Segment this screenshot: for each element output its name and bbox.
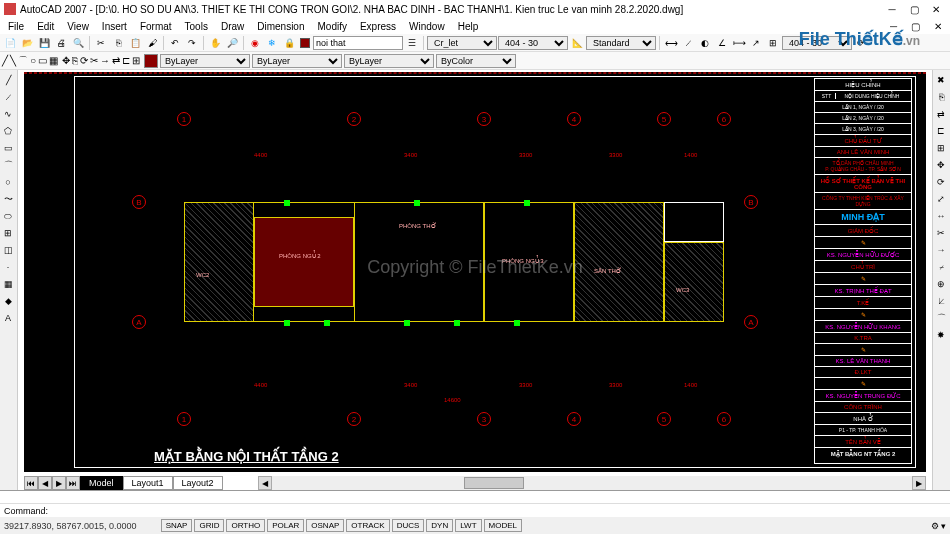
offset-mod-icon[interactable]: ⊏ bbox=[933, 123, 949, 139]
preview-icon[interactable]: 🔍 bbox=[70, 35, 86, 51]
rect-icon[interactable]: ▭ bbox=[38, 55, 47, 66]
menu-dimension[interactable]: Dimension bbox=[251, 20, 310, 33]
cut-icon[interactable]: ✂ bbox=[93, 35, 109, 51]
tab-nav-last[interactable]: ⏭ bbox=[66, 476, 80, 490]
undo-icon[interactable]: ↶ bbox=[167, 35, 183, 51]
tab-nav-next[interactable]: ▶ bbox=[52, 476, 66, 490]
menu-help[interactable]: Help bbox=[452, 20, 485, 33]
hatch-tool-icon[interactable]: ▦ bbox=[0, 276, 16, 292]
region-tool-icon[interactable]: ◆ bbox=[0, 293, 16, 309]
maximize-button[interactable]: ▢ bbox=[904, 2, 924, 16]
menu-view[interactable]: View bbox=[61, 20, 95, 33]
dim-icon[interactable]: 📐 bbox=[569, 35, 585, 51]
lineweight-select[interactable]: ByLayer bbox=[344, 54, 434, 68]
circle-icon[interactable]: ○ bbox=[30, 55, 36, 66]
xline-tool-icon[interactable]: ⟋ bbox=[0, 89, 16, 105]
move-mod-icon[interactable]: ✥ bbox=[933, 157, 949, 173]
leader-icon[interactable]: ↗ bbox=[748, 35, 764, 51]
dim-cont-icon[interactable]: ⟼ bbox=[731, 35, 747, 51]
plotstyle-select[interactable]: ByColor bbox=[436, 54, 516, 68]
menu-tools[interactable]: Tools bbox=[179, 20, 214, 33]
trim-mod-icon[interactable]: ✂ bbox=[933, 225, 949, 241]
menu-edit[interactable]: Edit bbox=[31, 20, 60, 33]
textstyle-select[interactable]: Cr_let bbox=[427, 36, 497, 50]
copy-mod-icon[interactable]: ⎘ bbox=[933, 89, 949, 105]
linetype-select[interactable]: ByLayer bbox=[252, 54, 342, 68]
array-icon[interactable]: ⊞ bbox=[132, 55, 140, 66]
circle-tool-icon[interactable]: ○ bbox=[0, 174, 16, 190]
drawing-viewport[interactable]: 1 2 3 4 5 6 1 2 3 4 5 6 B A B A 4400 bbox=[18, 70, 932, 490]
rotate-mod-icon[interactable]: ⟳ bbox=[933, 174, 949, 190]
color-swatch[interactable] bbox=[144, 54, 158, 68]
trim-icon[interactable]: ✂ bbox=[90, 55, 98, 66]
toggle-dyn[interactable]: DYN bbox=[426, 519, 453, 532]
rotate-icon[interactable]: ⟳ bbox=[80, 55, 88, 66]
polygon-tool-icon[interactable]: ⬠ bbox=[0, 123, 16, 139]
dimstyle-select[interactable]: 404 - 30 bbox=[498, 36, 568, 50]
menu-window[interactable]: Window bbox=[403, 20, 451, 33]
new-icon[interactable]: 📄 bbox=[2, 35, 18, 51]
pline-icon[interactable]: ╲ bbox=[10, 55, 16, 66]
color-select[interactable]: ByLayer bbox=[160, 54, 250, 68]
insert-tool-icon[interactable]: ⊞ bbox=[0, 225, 16, 241]
dim-angle-icon[interactable]: ∠ bbox=[714, 35, 730, 51]
fillet-mod-icon[interactable]: ⌒ bbox=[933, 310, 949, 326]
text-tool-icon[interactable]: A bbox=[0, 310, 16, 326]
erase-icon[interactable]: ✖ bbox=[933, 72, 949, 88]
arc-icon[interactable]: ⌒ bbox=[18, 54, 28, 68]
toggle-otrack[interactable]: OTRACK bbox=[346, 519, 389, 532]
line-icon[interactable]: ╱ bbox=[2, 55, 8, 66]
close-button[interactable]: ✕ bbox=[926, 2, 946, 16]
menu-format[interactable]: Format bbox=[134, 20, 178, 33]
scroll-left-icon[interactable]: ◀ bbox=[258, 476, 272, 490]
layer-lock-icon[interactable]: 🔒 bbox=[281, 35, 297, 51]
ellipse-tool-icon[interactable]: ⬭ bbox=[0, 208, 16, 224]
layer-select[interactable] bbox=[313, 36, 403, 50]
toggle-model[interactable]: MODEL bbox=[484, 519, 522, 532]
copy2-icon[interactable]: ⎘ bbox=[72, 55, 78, 66]
array-mod-icon[interactable]: ⊞ bbox=[933, 140, 949, 156]
redo-icon[interactable]: ↷ bbox=[184, 35, 200, 51]
dim-align-icon[interactable]: ⟋ bbox=[680, 35, 696, 51]
status-tray-icon[interactable]: ▾ bbox=[941, 521, 946, 531]
dim-radius-icon[interactable]: ◐ bbox=[697, 35, 713, 51]
tab-nav-prev[interactable]: ◀ bbox=[38, 476, 52, 490]
zoom-icon[interactable]: 🔎 bbox=[224, 35, 240, 51]
tab-model[interactable]: Model bbox=[80, 476, 123, 490]
toggle-grid[interactable]: GRID bbox=[194, 519, 224, 532]
menu-insert[interactable]: Insert bbox=[96, 20, 133, 33]
tab-layout1[interactable]: Layout1 bbox=[123, 476, 173, 490]
toggle-snap[interactable]: SNAP bbox=[161, 519, 193, 532]
tablestyle-select[interactable]: Standard bbox=[586, 36, 656, 50]
toggle-lwt[interactable]: LWT bbox=[455, 519, 481, 532]
minimize-button[interactable]: ─ bbox=[882, 2, 902, 16]
toggle-ducs[interactable]: DUCS bbox=[392, 519, 425, 532]
tolerance-icon[interactable]: ⊞ bbox=[765, 35, 781, 51]
doc-close-button[interactable]: ✕ bbox=[928, 20, 948, 33]
annotation-scale-icon[interactable]: ⚙ bbox=[931, 521, 939, 531]
arc-tool-icon[interactable]: ⌒ bbox=[0, 157, 16, 173]
copy-icon[interactable]: ⎘ bbox=[110, 35, 126, 51]
toggle-osnap[interactable]: OSNAP bbox=[306, 519, 344, 532]
chamfer-mod-icon[interactable]: ⟀ bbox=[933, 293, 949, 309]
scroll-thumb[interactable] bbox=[464, 477, 524, 489]
extend-icon[interactable]: → bbox=[100, 55, 110, 66]
extend-mod-icon[interactable]: → bbox=[933, 242, 949, 258]
pan-icon[interactable]: ✋ bbox=[207, 35, 223, 51]
menu-file[interactable]: File bbox=[2, 20, 30, 33]
layer-color-swatch[interactable] bbox=[300, 38, 310, 48]
layer-props-icon[interactable]: ☰ bbox=[404, 35, 420, 51]
layer-freeze-icon[interactable]: ❄ bbox=[264, 35, 280, 51]
point-tool-icon[interactable]: · bbox=[0, 259, 16, 275]
paste-icon[interactable]: 📋 bbox=[127, 35, 143, 51]
explode-mod-icon[interactable]: ✸ bbox=[933, 327, 949, 343]
mirror-mod-icon[interactable]: ⇄ bbox=[933, 106, 949, 122]
open-icon[interactable]: 📂 bbox=[19, 35, 35, 51]
tab-layout2[interactable]: Layout2 bbox=[173, 476, 223, 490]
move-icon[interactable]: ✥ bbox=[62, 55, 70, 66]
toggle-polar[interactable]: POLAR bbox=[267, 519, 304, 532]
toggle-ortho[interactable]: ORTHO bbox=[226, 519, 265, 532]
menu-modify[interactable]: Modify bbox=[312, 20, 353, 33]
scroll-right-icon[interactable]: ▶ bbox=[912, 476, 926, 490]
layer-state-icon[interactable]: ◉ bbox=[247, 35, 263, 51]
